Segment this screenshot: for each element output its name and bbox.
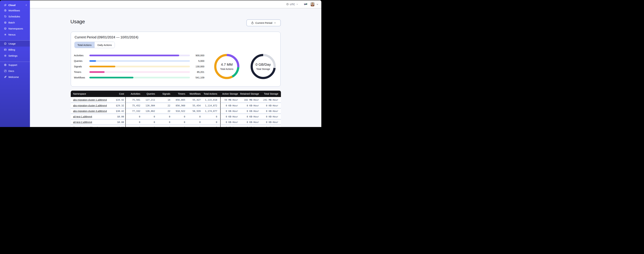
user-avatar[interactable] [310,2,314,6]
value-cell: 0 KB-Hour [239,108,260,114]
sidebar-item-namespaces[interactable]: Namespaces [0,26,30,32]
namespace-link[interactable]: abs-migration-cluster-2.a98mm4 [73,104,107,107]
period-selector-button[interactable]: Current Period [246,20,281,26]
value-cell: 0 KB-Hour [260,102,281,108]
settings-gear-icon [4,54,7,57]
value-cell: 0 KB-Hour [260,108,281,114]
bar-label: Signals [74,65,89,68]
value-cell: 856,960 [172,102,186,108]
sidebar-group-account: Usage Billing Settings [0,40,30,59]
column-header-total-storage: Total Storage [260,91,281,97]
namespace-link[interactable]: bk-worker-test.a98mm4 [73,126,98,127]
value-cell: 0 [172,114,186,119]
total-actions-value: 4.7 MM [221,62,233,66]
sidebar-item-usage[interactable]: Usage [0,40,30,46]
column-header-timers: Timers [172,91,186,97]
value-cell: 0 KB-Hour [220,102,239,108]
column-header-cost: Cost [113,91,126,97]
timezone-label: UTC [290,3,295,6]
current-period-card: Current Period (09/01/2024 — 10/01/2024)… [71,32,280,86]
namespace-link[interactable]: a0-test-2.a98mm4 [73,121,92,124]
user-menu-chevron-down-icon[interactable] [316,3,319,6]
actions-view-tabs: Total Actions Daily Actions [74,42,115,48]
column-header-queries: Queries [142,91,156,97]
value-cell: 0 [156,125,172,127]
value-cell: 1,174,077 [202,108,220,114]
sidebar-item-billing[interactable]: Billing [0,46,30,52]
tab-daily-actions[interactable]: Daily Actions [94,42,115,48]
sidebar-item-settings[interactable]: Settings [0,52,30,59]
table-row: bk-worker-test.a98mm4$0.000000110 KB-Hou… [71,125,281,127]
bar-value: 900,000 [190,54,204,57]
total-storage-donut: 0 GB/Day Total Storage [250,54,276,79]
usage-gauge-icon [4,42,7,45]
value-cell: 22 [156,102,172,108]
tab-total-actions[interactable]: Total Actions [74,42,94,48]
sidebar-collapse-button[interactable] [25,4,28,6]
value-cell: 856,865 [172,97,186,102]
value-cell: 0 KB-Hour [239,102,260,108]
value-cell: 14 [156,97,172,102]
bar-row-workflows: Workflows541,109 [74,75,204,80]
sidebar: Cloud Workflows Schedules [0,0,30,127]
sidebar-item-batch[interactable]: Batch [0,20,30,26]
namespace-usage-table: NamespaceCostActivitiesQueriesSignalsTim… [71,91,281,127]
column-header-namespace: Namespace [71,91,113,97]
schedules-icon [4,15,7,18]
value-cell: 0 [172,119,186,125]
value-cell: 0 [126,119,142,125]
value-cell: $0.00 [113,119,126,125]
value-cell: 0 [186,114,202,119]
value-cell: $29.32 [113,102,126,108]
welcome-rocket-icon [4,76,7,78]
bar-value: 541,109 [190,76,204,79]
value-cell: 55,427 [186,97,202,102]
column-header-total-actions: Total Actions [202,91,220,97]
timezone-selector[interactable]: UTC [286,3,298,6]
bar-track [89,71,190,73]
value-cell: 126,862 [142,108,156,114]
bar-row-signals: Signals130,000 [74,64,204,69]
sidebar-item-nexus[interactable]: Nexus [0,32,30,38]
namespace-link[interactable]: abs-migration-cluster-1.a98mm4 [73,98,107,101]
value-cell: 58,939 [186,108,202,114]
value-cell: 0 KB-Hour [239,114,260,119]
value-cell: 126,984 [142,102,156,108]
namespace-link[interactable]: abs-migration-cluster-3.a98mm4 [73,110,107,112]
value-cell: 1 [202,125,220,127]
namespace-cell: a0-test-1.a98mm4 [71,114,113,119]
sidebar-item-support[interactable]: Support [0,62,30,68]
value-cell: 75,501 [126,97,142,102]
bar-track [89,77,190,78]
sidebar-item-workflows[interactable]: Workflows [0,7,30,14]
bar-value: 85,201 [190,71,204,74]
value-cell: 1,115,018 [202,97,220,102]
bar-label: Activities [74,54,89,57]
value-cell: $38.42 [113,108,126,114]
value-cell: 0 KB-Hour [260,125,281,127]
value-cell: 910,922 [172,108,186,114]
total-storage-label: Total Storage [256,68,270,70]
value-cell: 241 MB-Hour [260,97,281,102]
docs-book-icon [4,70,7,72]
actions-bar-chart: Activities900,000Queries5,000Signals130,… [74,52,204,80]
sidebar-item-schedules[interactable]: Schedules [0,14,30,20]
billing-card-icon [4,48,7,51]
sidebar-item-welcome[interactable]: Welcome [0,74,30,80]
sidebar-logo-label: Cloud [8,4,16,6]
value-cell: 0 KB-Hour [220,125,239,127]
feedback-glasses-icon[interactable] [304,2,308,6]
column-header-activities: Activities [126,91,142,97]
bar-track [89,60,190,62]
sidebar-group-main: Workflows Schedules Batch Namespaces [0,7,30,38]
sidebar-item-docs[interactable]: Docs [0,68,30,74]
namespace-link[interactable]: a0-test-1.a98mm4 [73,115,92,118]
bar-label: Queries [74,60,89,62]
table-header-row: NamespaceCostActivitiesQueriesSignalsTim… [71,91,281,97]
total-storage-value: 0 GB/Day [256,62,271,66]
bar-fill [89,54,179,56]
value-cell: 0 [142,114,156,119]
namespace-cell: a0-test-2.a98mm4 [71,119,113,125]
table-row: abs-migration-cluster-1.a98mm4$34.4275,5… [71,97,281,102]
column-header-retained-storage: Retained Storage [239,91,260,97]
